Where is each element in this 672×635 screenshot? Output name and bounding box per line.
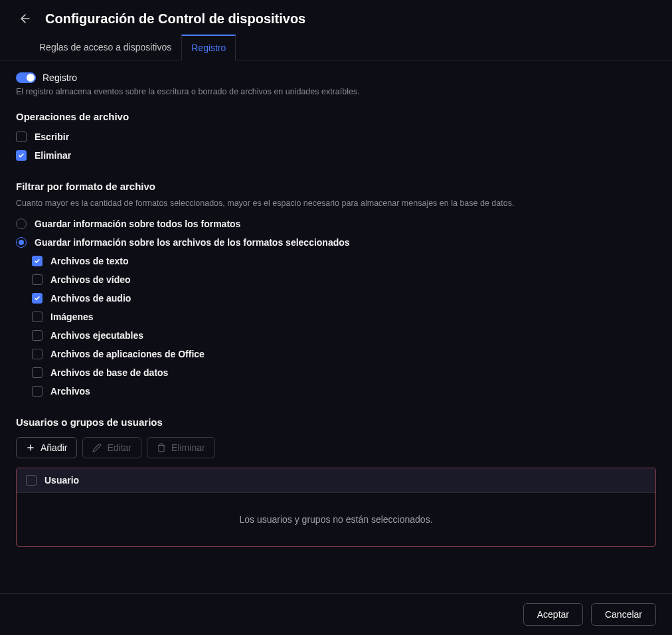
filter-title: Filtrar por formato de archivo [16,181,656,192]
checkbox-icon [32,330,42,341]
edit-user-button[interactable]: Editar [82,437,141,458]
button-label: Añadir [41,442,67,453]
checkbox-icon [32,293,42,304]
radio-label: Guardar información sobre los archivos d… [35,237,350,248]
filter-description: Cuanto mayor es la cantidad de formatos … [16,199,656,208]
pencil-icon [92,443,102,452]
cancel-button[interactable]: Cancelar [591,603,656,626]
checkbox-label: Archivos de base de datos [50,367,168,378]
checkbox-label: Archivos de texto [50,256,128,266]
checkbox-delete[interactable]: Eliminar [16,150,656,161]
tab-bar: Reglas de acceso a dispositivos Registro [0,35,672,60]
checkbox-icon [16,132,27,142]
checkbox-text-files[interactable]: Archivos de texto [32,256,656,266]
checkbox-label: Eliminar [35,150,71,161]
checkbox-audio-files[interactable]: Archivos de audio [32,293,656,304]
checkbox-archive-files[interactable]: Archivos [32,386,656,397]
checkbox-icon [32,349,42,359]
accept-button[interactable]: Aceptar [523,603,583,626]
checkbox-video-files[interactable]: Archivos de vídeo [32,274,656,285]
checkbox-label: Archivos de aplicaciones de Office [50,349,205,359]
users-title: Usuarios o grupos de usuarios [16,416,656,428]
checkbox-icon [32,274,42,285]
checkbox-icon [16,150,27,161]
log-toggle-label: Registro [42,72,77,83]
checkbox-label: Archivos ejecutables [50,330,143,341]
trash-icon [157,443,166,452]
checkbox-write[interactable]: Escribir [16,132,656,142]
radio-selected-formats[interactable]: Guardar información sobre los archivos d… [16,237,656,248]
tab-access-rules[interactable]: Reglas de acceso a dispositivos [29,35,181,60]
checkbox-icon [32,386,42,397]
button-label: Eliminar [171,442,205,453]
checkbox-label: Archivos [50,386,90,397]
checkbox-icon [32,256,42,266]
radio-icon [16,219,27,229]
back-button[interactable] [16,9,35,28]
checkbox-database-files[interactable]: Archivos de base de datos [32,367,656,378]
delete-user-button[interactable]: Eliminar [147,437,215,458]
page-title: Configuración de Control de dispositivos [45,11,305,27]
button-label: Editar [107,442,131,453]
checkbox-office-files[interactable]: Archivos de aplicaciones de Office [32,349,656,359]
arrow-left-icon [19,12,32,25]
radio-icon [16,237,27,248]
checkbox-label: Archivos de vídeo [50,274,131,285]
checkbox-label: Escribir [35,132,69,142]
checkbox-image-files[interactable]: Imágenes [32,312,656,322]
file-ops-title: Operaciones de archivo [16,111,656,122]
plus-icon [26,443,35,452]
radio-label: Guardar información sobre todos los form… [35,219,240,229]
users-table: Usuario Los usuarios y grupos no están s… [16,468,656,547]
column-user: Usuario [44,475,79,486]
log-description: El registro almacena eventos sobre la es… [16,87,656,96]
select-all-checkbox[interactable] [26,475,37,486]
checkbox-label: Archivos de audio [50,293,131,304]
tab-log[interactable]: Registro [181,35,236,60]
table-empty-message: Los usuarios y grupos no están seleccion… [17,493,655,546]
radio-all-formats[interactable]: Guardar información sobre todos los form… [16,219,656,229]
add-user-button[interactable]: Añadir [16,437,77,458]
log-toggle[interactable] [16,72,36,83]
checkbox-icon [32,367,42,378]
checkbox-label: Imágenes [50,312,94,322]
checkbox-executable-files[interactable]: Archivos ejecutables [32,330,656,341]
checkbox-icon [32,312,42,322]
